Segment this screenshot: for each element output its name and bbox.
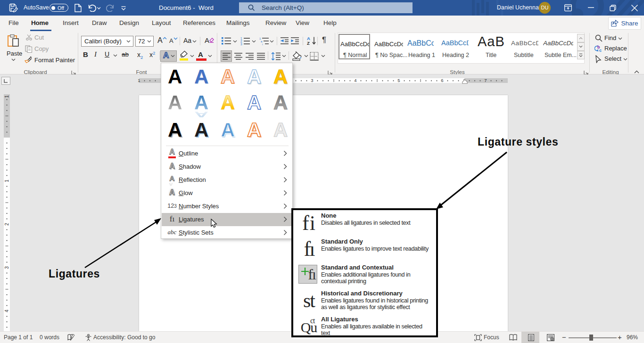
svg-text:3: 3 <box>4 266 9 269</box>
svg-text:i: i <box>262 43 263 46</box>
svg-text:4: 4 <box>4 310 9 312</box>
svg-text:1: 1 <box>138 78 140 83</box>
svg-text:1: 1 <box>4 95 9 98</box>
svg-text:3: 3 <box>240 42 242 45</box>
svg-text:4: 4 <box>354 78 356 83</box>
svg-text:c: c <box>599 48 602 53</box>
svg-text:3: 3 <box>311 78 313 83</box>
svg-text:1: 1 <box>4 180 9 182</box>
svg-text:7: 7 <box>484 78 487 83</box>
svg-text:5: 5 <box>397 78 400 83</box>
svg-text:2: 2 <box>4 223 9 226</box>
svg-text:6: 6 <box>441 78 443 83</box>
